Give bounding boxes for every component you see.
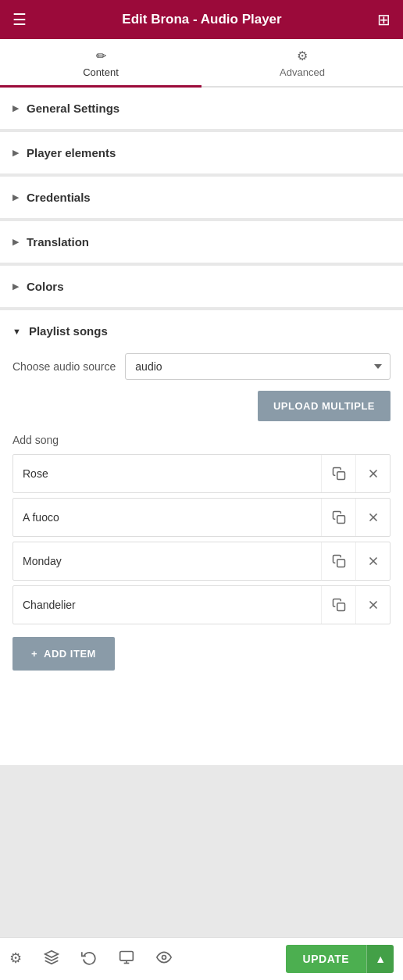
svg-rect-3 [337,516,344,524]
delete-song-monday-button[interactable] [355,542,390,580]
song-item-rose: Rose [12,454,391,493]
accordion-playlist-songs: ▼ Playlist songs Choose audio source aud… [0,310,403,686]
tab-content-label: Content [83,66,119,78]
menu-icon[interactable]: ☰ [12,10,27,29]
chevron-down-icon: ▼ [12,327,21,336]
copy-song-rose-button[interactable] [321,455,355,492]
accordion-translation-header[interactable]: ▶ Translation [0,221,403,263]
audio-source-select[interactable]: audio video url [125,353,391,380]
update-button[interactable]: UPDATE [286,945,367,973]
bottom-toolbar: ⚙ UPDATE ▲ [0,937,403,980]
accordion-player-elements: ▶ Player elements [0,132,403,177]
svg-rect-0 [337,472,344,480]
tabs-bar: ✏ Content ⚙ Advanced [0,39,403,88]
add-item-label: ADD ITEM [44,648,96,660]
update-arrow-button[interactable]: ▲ [366,945,394,973]
accordion-general-settings-header[interactable]: ▶ General Settings [0,88,403,129]
tab-content[interactable]: ✏ Content [0,39,202,86]
accordion-credentials: ▶ Credentials [0,177,403,221]
history-icon[interactable] [81,950,97,969]
tab-advanced[interactable]: ⚙ Advanced [202,39,403,86]
tab-advanced-label: Advanced [280,66,325,78]
accordion-colors: ▶ Colors [0,266,403,310]
svg-point-16 [162,955,166,959]
playlist-body: Choose audio source audio video url UPLO… [0,347,403,686]
settings-icon[interactable]: ⚙ [9,950,22,969]
delete-song-chandelier-button[interactable] [355,586,390,624]
svg-marker-12 [45,950,59,957]
song-name-monday: Monday [13,544,321,578]
svg-rect-13 [120,951,134,960]
accordion-player-elements-header[interactable]: ▶ Player elements [0,132,403,173]
copy-song-chandelier-button[interactable] [321,586,355,624]
song-item-afuoco: A fuoco [12,498,391,537]
accordion-playlist-songs-header[interactable]: ▼ Playlist songs [0,310,403,347]
accordion-general-settings-title: General Settings [27,102,119,115]
copy-song-afuoco-button[interactable] [321,499,355,536]
gear-icon: ⚙ [297,48,308,63]
copy-song-monday-button[interactable] [321,542,355,580]
accordion-translation: ▶ Translation [0,221,403,266]
accordion-player-elements-title: Player elements [27,146,116,159]
delete-song-rose-button[interactable] [355,455,390,492]
eye-icon[interactable] [156,950,172,969]
accordion-credentials-title: Credentials [27,191,91,204]
accordion-general-settings: ▶ General Settings [0,88,403,132]
chevron-right-icon: ▶ [12,281,19,291]
grid-icon[interactable]: ⊞ [377,10,391,29]
song-item-chandelier: Chandelier [12,585,391,624]
accordion-translation-title: Translation [27,235,89,249]
song-name-rose: Rose [13,456,321,491]
song-name-chandelier: Chandelier [13,588,321,622]
desktop-icon[interactable] [119,950,134,969]
song-name-afuoco: A fuoco [13,500,321,535]
song-item-monday: Monday [12,542,391,581]
upload-multiple-button[interactable]: UPLOAD MULTIPLE [258,391,391,421]
svg-rect-6 [337,560,344,567]
update-btn-group: UPDATE ▲ [286,945,394,973]
chevron-right-icon: ▶ [12,192,19,202]
main-content: ▶ General Settings ▶ Player elements ▶ C… [0,88,403,765]
empty-gray-area [0,765,403,937]
toolbar-icons: ⚙ [9,950,286,969]
accordion-colors-header[interactable]: ▶ Colors [0,266,403,307]
audio-source-row: Choose audio source audio video url [12,353,391,380]
song-list: Rose A fuoco [12,454,391,624]
pencil-icon: ✏ [96,48,106,63]
audio-source-label: Choose audio source [12,360,116,373]
accordion-credentials-header[interactable]: ▶ Credentials [0,177,403,218]
app-header: ☰ Edit Brona - Audio Player ⊞ [0,0,403,39]
plus-icon: + [31,648,37,660]
chevron-right-icon: ▶ [12,148,19,158]
chevron-right-icon: ▶ [12,103,19,113]
svg-rect-9 [337,603,344,611]
layers-icon[interactable] [44,950,59,969]
add-item-button[interactable]: + ADD ITEM [12,637,115,671]
upload-row: UPLOAD MULTIPLE [12,391,391,421]
accordion-colors-title: Colors [27,280,64,293]
add-song-label: Add song [12,434,391,446]
page-title: Edit Brona - Audio Player [122,12,281,27]
accordion-playlist-songs-title: Playlist songs [29,324,108,338]
chevron-right-icon: ▶ [12,237,19,247]
delete-song-afuoco-button[interactable] [355,499,390,536]
